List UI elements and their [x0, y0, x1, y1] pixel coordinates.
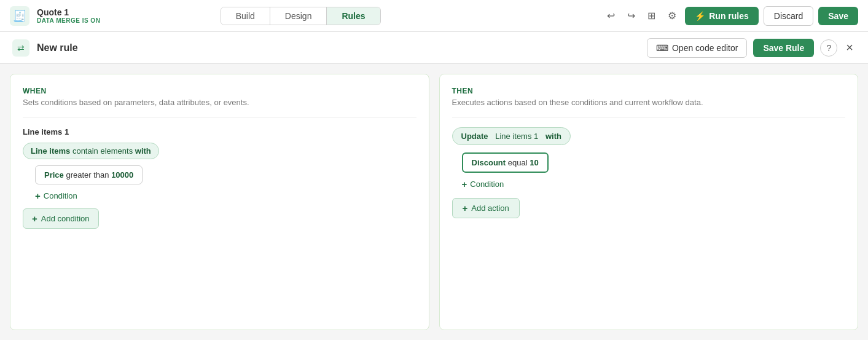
when-panel: WHEN Sets conditions based on parameters…: [10, 74, 429, 330]
update-pill[interactable]: Update Line items 1 with: [452, 127, 571, 145]
contain-text: contain elements: [70, 146, 135, 156]
top-nav: 🧾 Quote 1 DATA MERGE IS ON Build Design …: [0, 0, 868, 32]
save-button[interactable]: Save: [818, 7, 858, 25]
line-items-target: Line items 1: [495, 132, 538, 141]
update-word: Update: [461, 132, 488, 141]
app-icon: 🧾: [10, 6, 29, 26]
discount-condition-box[interactable]: Discount equal 10: [462, 152, 549, 173]
nav-actions: ↩ ↪ ⊞ ⚙ ⚡ Run rules Discard Save: [603, 6, 858, 26]
close-button[interactable]: ×: [843, 38, 856, 57]
tab-design[interactable]: Design: [270, 7, 327, 25]
action-plus-icon: +: [463, 203, 468, 213]
discount-field: Discount: [472, 158, 506, 167]
app-title: Quote 1: [37, 7, 100, 17]
lightning-icon: ⚡: [695, 11, 705, 21]
main-content: WHEN Sets conditions based on parameters…: [0, 64, 868, 340]
discount-value: 10: [530, 158, 538, 167]
price-highlight: Price: [44, 170, 64, 180]
add-condition-button[interactable]: + Add condition: [23, 208, 99, 229]
when-label: WHEN: [23, 87, 416, 95]
update-with: with: [545, 132, 561, 141]
plus-icon: +: [35, 191, 41, 201]
then-description: Executes actions based on these conditio…: [452, 98, 846, 107]
line-items-highlight: Line items: [31, 146, 70, 156]
add-plus-icon: +: [32, 213, 37, 224]
when-group-label: Line items 1: [23, 127, 416, 136]
rule-header: ⇄ New rule ⌨ Open code editor Save Rule …: [0, 32, 868, 64]
line-items-condition-pill[interactable]: Line items contain elements with: [23, 143, 159, 159]
app-title-block: Quote 1 DATA MERGE IS ON: [37, 7, 100, 24]
update-spacer: [541, 132, 543, 141]
undo-button[interactable]: ↩: [603, 6, 619, 25]
data-merge-badge: DATA MERGE IS ON: [37, 17, 100, 24]
code-editor-icon: ⌨: [656, 43, 668, 53]
price-condition-box[interactable]: Price greater than 10000: [35, 165, 143, 184]
add-action-button[interactable]: + Add action: [452, 198, 520, 218]
greater-than-text: greater than: [64, 170, 111, 180]
discount-operator: equal: [506, 158, 530, 167]
tab-rules[interactable]: Rules: [327, 7, 380, 25]
nav-tabs: Build Design Rules: [221, 7, 381, 25]
add-then-condition-button[interactable]: + Condition: [462, 179, 504, 189]
open-code-editor-button[interactable]: ⌨ Open code editor: [647, 38, 747, 58]
help-button[interactable]: ?: [820, 39, 837, 57]
stack-button[interactable]: ⊞: [644, 6, 659, 25]
then-divider: [452, 117, 846, 117]
when-description: Sets conditions based on parameters, dat…: [23, 98, 416, 107]
rule-header-actions: ⌨ Open code editor Save Rule ? ×: [647, 38, 856, 58]
redo-button[interactable]: ↪: [624, 6, 639, 25]
then-label: THEN: [452, 87, 846, 95]
update-target: [491, 132, 493, 141]
run-rules-button[interactable]: ⚡ Run rules: [685, 7, 759, 25]
settings-button[interactable]: ⚙: [664, 6, 680, 25]
with-text: with: [135, 146, 151, 156]
discard-button[interactable]: Discard: [764, 6, 813, 26]
price-value: 10000: [111, 170, 133, 180]
when-divider: [23, 117, 416, 117]
rule-title: New rule: [37, 42, 78, 53]
then-panel: THEN Executes actions based on these con…: [439, 74, 859, 330]
add-nested-condition-button[interactable]: + Condition: [35, 191, 77, 201]
then-plus-icon: +: [462, 179, 467, 189]
rule-icon: ⇄: [12, 39, 29, 57]
tab-build[interactable]: Build: [221, 7, 270, 25]
save-rule-button[interactable]: Save Rule: [753, 39, 814, 57]
